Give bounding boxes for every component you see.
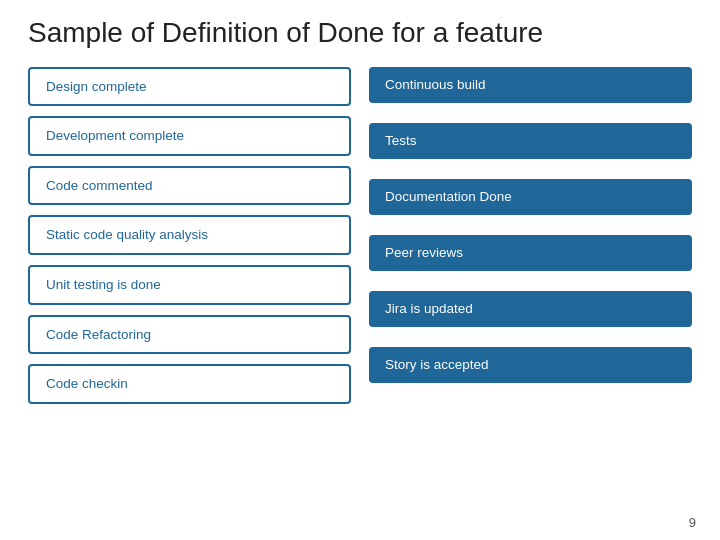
right-item-2: Documentation Done [369, 179, 692, 215]
right-item-3: Peer reviews [369, 235, 692, 271]
left-item-1: Development complete [28, 116, 351, 156]
right-item-1: Tests [369, 123, 692, 159]
left-column: Design completeDevelopment completeCode … [28, 67, 351, 530]
page-number: 9 [689, 515, 696, 530]
left-item-2: Code commented [28, 166, 351, 206]
content-area: Design completeDevelopment completeCode … [28, 67, 692, 530]
left-item-4: Unit testing is done [28, 265, 351, 305]
left-item-5: Code Refactoring [28, 315, 351, 355]
right-item-0: Continuous build [369, 67, 692, 103]
right-item-4: Jira is updated [369, 291, 692, 327]
page: Sample of Definition of Done for a featu… [0, 0, 720, 540]
right-column: Continuous buildTestsDocumentation DoneP… [369, 67, 692, 530]
left-item-0: Design complete [28, 67, 351, 107]
right-item-5: Story is accepted [369, 347, 692, 383]
left-item-6: Code checkin [28, 364, 351, 404]
left-item-3: Static code quality analysis [28, 215, 351, 255]
page-title: Sample of Definition of Done for a featu… [28, 18, 692, 49]
